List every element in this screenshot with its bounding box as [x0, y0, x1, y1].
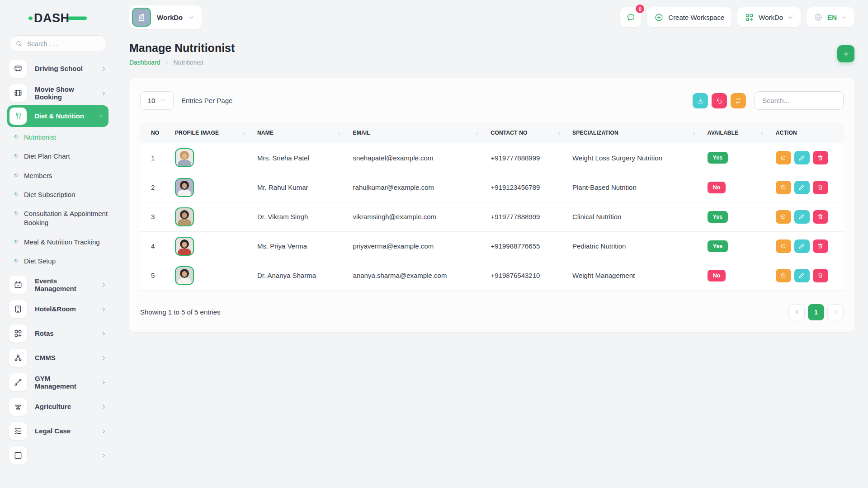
utensils-icon [9, 108, 27, 125]
chevron-down-icon [189, 14, 194, 20]
nutritionist-contact: +919777888999 [486, 143, 568, 173]
column-header-specialization[interactable]: SPECIALIZATION↑↓ [568, 122, 703, 143]
nutritionist-specialization: Weight Management [568, 261, 703, 290]
prev-page-button[interactable] [788, 304, 805, 320]
entries-per-page-value: 10 [148, 97, 156, 104]
reset-button[interactable] [712, 93, 727, 108]
sidebar-search-input[interactable] [26, 40, 100, 48]
submenu-item-meal-nutrition-tracking[interactable]: Meal & Nutrition Tracking [14, 233, 108, 252]
chevron-right-icon [101, 355, 107, 361]
chevron-down-icon [160, 98, 166, 103]
column-header-email[interactable]: EMAIL↑↓ [349, 122, 486, 143]
app-switcher-button[interactable]: WorkDo [737, 7, 801, 27]
nutritionist-contact: +919988776655 [486, 231, 568, 261]
pencil-icon [798, 213, 805, 220]
sidebar-item-gym-management[interactable]: GYM Management [7, 370, 108, 394]
sidebar-item-rotas[interactable]: Rotas [7, 321, 108, 346]
row-actions [776, 210, 839, 224]
submenu-item-diet-setup[interactable]: Diet Setup [14, 252, 108, 271]
row-number: 4 [140, 231, 170, 261]
view-button[interactable] [776, 210, 791, 224]
app-logo[interactable]: DASH [28, 9, 108, 27]
nutritionist-table-card: 10 Entries Per Page [129, 78, 854, 332]
eye-icon [780, 213, 787, 220]
breadcrumb-current: Nutritionist [174, 59, 203, 66]
profile-image[interactable] [175, 207, 194, 226]
table-search-input[interactable] [755, 91, 844, 110]
profile-image[interactable] [175, 178, 194, 197]
available-badge: Yes [708, 152, 728, 164]
column-header-name[interactable]: NAME↑↓ [253, 122, 349, 143]
submenu-item-diet-subscription[interactable]: Diet Subscription [14, 185, 108, 204]
chevron-right-icon [101, 331, 107, 337]
breadcrumb-dashboard-link[interactable]: Dashboard [129, 59, 160, 66]
nutritionist-specialization: Weight Loss Surgery Nutrition [568, 143, 703, 173]
column-header-contact-no[interactable]: CONTACT NO↑↓ [486, 122, 568, 143]
delete-button[interactable] [813, 151, 828, 164]
trash-icon [817, 184, 824, 191]
entries-per-page-select[interactable]: 10 [140, 91, 174, 110]
export-button[interactable] [693, 93, 708, 108]
checklist-icon [9, 422, 27, 440]
sidebar-item-cmms[interactable]: CMMS [7, 346, 108, 370]
next-page-button[interactable] [827, 304, 844, 320]
edit-button[interactable] [794, 239, 810, 253]
profile-image[interactable] [175, 266, 194, 285]
submenu-item-diet-plan-chart[interactable]: Diet Plan Chart [14, 147, 108, 166]
sidebar-item-diet-nutrition[interactable]: Diet & Nutrition [7, 105, 108, 127]
create-workspace-button[interactable]: Create Workspace [647, 7, 731, 27]
edit-button[interactable] [794, 151, 810, 164]
messages-badge: 0 [636, 5, 644, 13]
diet-nutrition-submenu: NutritionistDiet Plan ChartMembersDiet S… [7, 127, 108, 272]
messages-button[interactable]: 0 [620, 7, 641, 27]
submenu-item-consultation-appointment-booking[interactable]: Consultation & Appointment Booking [14, 204, 108, 233]
globe-icon [814, 13, 823, 22]
submenu-item-members[interactable]: Members [14, 166, 108, 185]
available-badge: Yes [708, 211, 728, 223]
view-button[interactable] [776, 151, 791, 164]
chevron-down-icon [841, 14, 847, 20]
refresh-button[interactable] [731, 93, 746, 108]
column-header-available[interactable]: AVAILABLE↑↓ [703, 122, 771, 143]
sidebar-item-movie-show-booking[interactable]: Movie Show Booking [7, 81, 108, 105]
column-header-profile-image[interactable]: PROFILE IMAGE↑↓ [170, 122, 253, 143]
app-root: DASH Driving SchoolMovie Show BookingDie… [0, 0, 868, 488]
table-row: 5 Dr. Ananya Sharma ananya.sharma@exampl… [140, 261, 844, 290]
sidebar-item-driving-school[interactable]: Driving School [7, 56, 108, 81]
edit-button[interactable] [794, 269, 810, 282]
view-button[interactable] [776, 181, 791, 194]
pagination: 1 [788, 304, 844, 320]
add-nutritionist-button[interactable] [837, 45, 854, 62]
eye-icon [780, 243, 787, 249]
edit-button[interactable] [794, 181, 810, 194]
sidebar-item-legal-case[interactable]: Legal Case [7, 419, 108, 443]
profile-image[interactable] [175, 237, 194, 256]
sidebar-item-events-management[interactable]: Events Management [7, 272, 108, 297]
nodes-icon [9, 349, 27, 367]
language-button[interactable]: EN [807, 7, 854, 27]
grid-plus-icon [745, 13, 754, 22]
topbar-actions: 0 Create Workspace WorkDo EN [620, 7, 854, 27]
row-number: 1 [140, 143, 170, 173]
sidebar-item-hotel-room[interactable]: Hotel&Room [7, 297, 108, 321]
delete-button[interactable] [813, 181, 828, 194]
view-button[interactable] [776, 239, 791, 253]
sidebar-item-item[interactable] [7, 443, 108, 468]
delete-button[interactable] [813, 239, 828, 253]
nutritionist-contact: +919876543210 [486, 261, 568, 290]
workspace-selector[interactable]: WorkDo [129, 5, 202, 29]
pencil-icon [798, 184, 805, 191]
sidebar-item-agriculture[interactable]: Agriculture [7, 394, 108, 419]
create-workspace-label: Create Workspace [668, 14, 724, 21]
breadcrumb: Dashboard Nutritionist [129, 59, 235, 66]
delete-button[interactable] [813, 210, 828, 224]
showing-entries-text: Showing 1 to 5 of 5 entries [140, 308, 221, 316]
edit-button[interactable] [794, 210, 810, 224]
page-1-button[interactable]: 1 [808, 304, 824, 320]
dash-logo-icon: DASH [28, 9, 91, 27]
delete-button[interactable] [813, 269, 828, 282]
submenu-item-nutritionist[interactable]: Nutritionist [14, 128, 108, 147]
column-header-no: NO [140, 122, 170, 143]
profile-image[interactable] [175, 148, 194, 167]
view-button[interactable] [776, 269, 791, 282]
